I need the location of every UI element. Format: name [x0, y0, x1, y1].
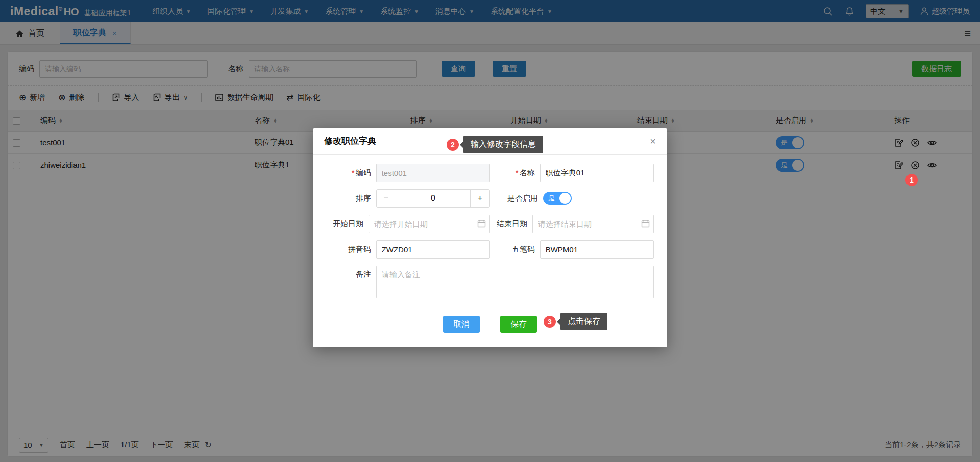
dialog-body: *编码 *名称 排序 − 0 + 是否启用 是 — [313, 155, 667, 309]
sort-value[interactable]: 0 — [396, 190, 470, 207]
edit-position-dialog: 修改职位字典 × 2 输入修改字段信息 *编码 *名称 排序 − 0 — [313, 128, 667, 347]
dialog-header: 修改职位字典 × 2 输入修改字段信息 — [313, 128, 667, 155]
required-mark: * — [352, 168, 355, 177]
pinyin-field[interactable] — [376, 240, 490, 259]
remark-field[interactable] — [376, 266, 654, 298]
sort-stepper: − 0 + — [376, 189, 490, 208]
calendar-icon[interactable] — [477, 219, 486, 228]
code-field-label: *编码 — [326, 168, 376, 178]
step-badge-3: 3 — [544, 316, 556, 328]
tutorial-step-1: 1 — [905, 174, 918, 186]
step-tooltip-3: 点击保存 — [560, 313, 607, 330]
dialog-title: 修改职位字典 — [324, 135, 376, 147]
start-date-field[interactable] — [369, 215, 490, 233]
wubi-field[interactable] — [540, 240, 654, 259]
end-date-field[interactable] — [532, 215, 654, 233]
pinyin-field-label: 拼音码 — [326, 245, 376, 254]
close-icon[interactable]: × — [650, 136, 656, 146]
stepper-decrease-button[interactable]: − — [377, 190, 396, 207]
code-field[interactable] — [376, 164, 490, 182]
save-button[interactable]: 保存 — [500, 316, 537, 333]
calendar-icon[interactable] — [641, 219, 650, 228]
end-date-field-label: 结束日期 — [490, 219, 532, 229]
sort-field-label: 排序 — [326, 194, 376, 203]
name-field-label: *名称 — [490, 168, 540, 178]
step-badge-1: 1 — [905, 174, 918, 186]
required-mark: * — [516, 168, 519, 177]
name-field[interactable] — [540, 164, 654, 182]
enabled-field-label: 是否启用 — [490, 194, 543, 203]
dialog-footer: 取消 保存 3 点击保存 — [313, 309, 667, 347]
cancel-button[interactable]: 取消 — [443, 316, 480, 333]
wubi-field-label: 五笔码 — [490, 245, 540, 254]
stepper-increase-button[interactable]: + — [470, 190, 489, 207]
tutorial-step-2: 2 输入修改字段信息 — [447, 136, 543, 153]
step-badge-2: 2 — [447, 139, 459, 151]
tutorial-step-3: 3 点击保存 — [544, 313, 607, 330]
start-date-field-label: 开始日期 — [326, 219, 369, 229]
enabled-toggle[interactable]: 是 — [543, 192, 572, 205]
step-tooltip-2: 输入修改字段信息 — [463, 136, 543, 153]
remark-field-label: 备注 — [326, 270, 376, 279]
